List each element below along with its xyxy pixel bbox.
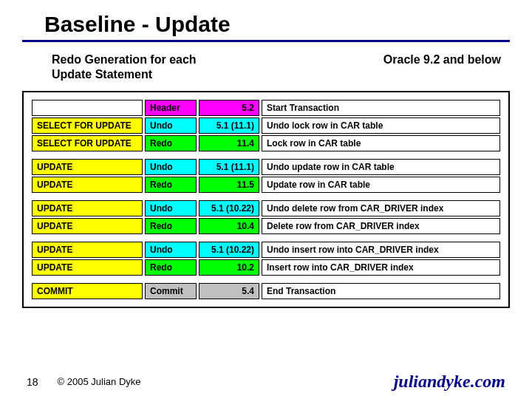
domain-text: juliandyke.com — [394, 372, 505, 392]
row-type: Commit — [145, 283, 197, 299]
row-type: Header — [145, 100, 197, 116]
subtitle-right: Oracle 9.2 and below — [383, 52, 501, 82]
row-value: 5.1 (10.22) — [199, 200, 259, 216]
row-type: Undo — [145, 200, 197, 216]
row-statement: UPDATE — [32, 159, 143, 175]
subtitle-row: Redo Generation for eachUpdate Statement… — [0, 50, 532, 91]
row-description: Undo update row in CAR table — [262, 159, 500, 175]
redo-table: Header5.2Start TransactionSELECT FOR UPD… — [30, 98, 502, 301]
row-type: Redo — [145, 135, 197, 151]
title-underline — [22, 40, 510, 42]
row-type: Redo — [145, 259, 197, 276]
row-description: Start Transaction — [262, 100, 500, 116]
row-description: End Transaction — [262, 283, 500, 299]
row-statement: SELECT FOR UPDATE — [32, 117, 143, 134]
row-type: Redo — [145, 218, 197, 234]
row-description: Delete row from CAR_DRIVER index — [262, 218, 500, 234]
row-value: 5.1 (11.1) — [199, 117, 259, 134]
row-description: Undo lock row in CAR table — [262, 117, 500, 134]
row-statement: UPDATE — [32, 200, 143, 216]
row-description: Undo insert row into CAR_DRIVER index — [262, 242, 500, 258]
footer: 18 © 2005 Julian Dyke juliandyke.com — [0, 372, 532, 392]
row-statement: COMMIT — [32, 283, 143, 299]
row-value: 11.5 — [199, 177, 259, 193]
row-value: 10.4 — [199, 218, 259, 234]
row-value: 10.2 — [199, 259, 259, 276]
row-statement: UPDATE — [32, 177, 143, 193]
subtitle-left: Redo Generation for eachUpdate Statement — [52, 52, 197, 82]
row-description: Insert row into CAR_DRIVER index — [262, 259, 500, 276]
copyright: © 2005 Julian Dyke — [58, 376, 141, 387]
row-statement: UPDATE — [32, 242, 143, 258]
row-type: Undo — [145, 159, 197, 175]
row-value: 5.1 (11.1) — [199, 159, 259, 175]
page-number: 18 — [27, 376, 38, 388]
table-container: Header5.2Start TransactionSELECT FOR UPD… — [22, 91, 510, 308]
row-statement: UPDATE — [32, 218, 143, 234]
row-type: Undo — [145, 242, 197, 258]
row-description: Undo delete row from CAR_DRIVER index — [262, 200, 500, 216]
row-value: 5.2 — [199, 100, 259, 116]
row-value: 11.4 — [199, 135, 259, 151]
row-description: Lock row in CAR table — [262, 135, 500, 151]
row-value: 5.4 — [199, 283, 259, 299]
row-type: Redo — [145, 177, 197, 193]
slide-title: Baseline - Update — [0, 0, 532, 40]
row-statement — [32, 100, 143, 116]
row-statement: SELECT FOR UPDATE — [32, 135, 143, 151]
row-value: 5.1 (10.22) — [199, 242, 259, 258]
row-statement: UPDATE — [32, 259, 143, 276]
row-description: Update row in CAR table — [262, 177, 500, 193]
row-type: Undo — [145, 117, 197, 134]
